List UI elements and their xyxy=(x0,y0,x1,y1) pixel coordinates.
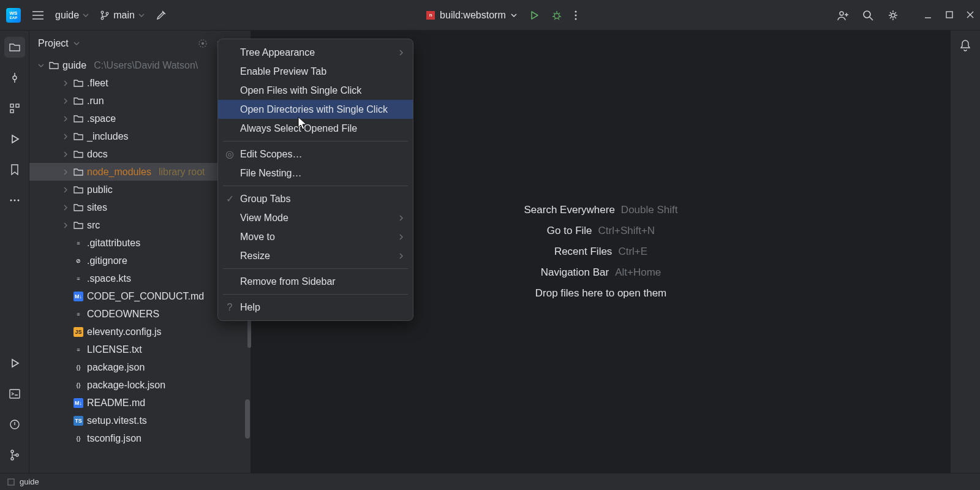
tree-item-label: LICENSE.txt xyxy=(87,344,142,355)
tree-item[interactable]: {}package.json xyxy=(29,358,251,376)
tool-services-icon[interactable] xyxy=(4,129,25,149)
search-icon[interactable] xyxy=(862,10,873,21)
gitignore-icon: ⊘ xyxy=(74,256,83,266)
panel-title[interactable]: Project xyxy=(38,38,69,49)
status-module-icon[interactable] xyxy=(7,478,15,486)
tree-item[interactable]: ≡LICENSE.txt xyxy=(29,341,251,358)
tool-project-icon[interactable] xyxy=(4,37,25,58)
tree-item-label: eleventy.config.js xyxy=(87,326,162,337)
folder-icon xyxy=(74,79,83,88)
scrollbar-thumb[interactable] xyxy=(245,399,250,439)
chevron-right-icon[interactable] xyxy=(61,222,70,228)
menu-item[interactable]: Resize xyxy=(218,246,413,265)
debug-icon[interactable] xyxy=(551,10,562,21)
tree-root-name: guide xyxy=(62,60,86,71)
gear-icon[interactable] xyxy=(887,9,899,21)
menu-item[interactable]: File Nesting… xyxy=(218,164,413,183)
menu-item-label: Tree Appearance xyxy=(240,47,315,58)
svg-point-9 xyxy=(891,13,895,17)
menu-item[interactable]: ✓Group Tabs xyxy=(218,189,413,208)
chevron-down-icon[interactable] xyxy=(74,40,80,47)
maximize-icon[interactable] xyxy=(946,11,953,20)
menu-item[interactable]: ?Help xyxy=(218,298,413,317)
tool-terminal-icon[interactable] xyxy=(4,383,25,404)
question-icon: ? xyxy=(224,302,235,313)
tool-run-bottom-icon[interactable] xyxy=(4,353,25,374)
welcome-row: Recent FilesCtrl+E xyxy=(524,246,678,258)
app-icon[interactable]: WS xyxy=(6,8,21,23)
tree-item[interactable]: {}package-lock.json xyxy=(29,376,251,394)
text-file-icon: ≡ xyxy=(74,274,83,284)
menu-item[interactable]: Open Directories with Single Click xyxy=(218,100,413,119)
menu-item-label: Edit Scopes… xyxy=(240,149,302,160)
hamburger-icon[interactable] xyxy=(32,10,44,20)
minimize-icon[interactable] xyxy=(924,11,932,20)
welcome-action[interactable]: Navigation Bar xyxy=(541,266,609,278)
svg-point-16 xyxy=(13,200,15,202)
tree-item[interactable]: TSsetup.vitest.ts xyxy=(29,412,251,429)
chevron-down-icon[interactable] xyxy=(37,62,45,69)
tool-structure-icon[interactable] xyxy=(4,98,25,119)
menu-item[interactable]: View Mode xyxy=(218,208,413,227)
welcome-action[interactable]: Search Everywhere xyxy=(524,204,615,216)
tree-item[interactable]: {}tsconfig.json xyxy=(29,429,251,447)
tree-item-label: sites xyxy=(87,202,107,213)
welcome-row: Go to FileCtrl+Shift+N xyxy=(524,225,678,237)
tree-item-label: setup.vitest.ts xyxy=(87,415,147,426)
tree-item-label: .gitattributes xyxy=(87,238,140,249)
select-open-file-icon[interactable] xyxy=(198,39,208,48)
menu-item[interactable]: Remove from Sidebar xyxy=(218,272,413,291)
folder-icon xyxy=(74,168,83,176)
target-icon: ◎ xyxy=(224,148,235,160)
chevron-right-icon[interactable] xyxy=(61,116,70,122)
text-file-icon: ≡ xyxy=(74,309,83,319)
notifications-icon[interactable] xyxy=(960,39,971,51)
tool-problems-icon[interactable] xyxy=(4,414,25,435)
folder-icon xyxy=(74,150,83,159)
chevron-right-icon[interactable] xyxy=(61,187,70,193)
text-file-icon: ≡ xyxy=(74,238,83,248)
chevron-right-icon[interactable] xyxy=(61,205,70,211)
project-crumb[interactable]: guide xyxy=(55,10,89,21)
branch-name: main xyxy=(113,10,135,21)
branch-crumb[interactable]: main xyxy=(100,10,145,21)
chevron-right-icon[interactable] xyxy=(61,134,70,140)
menu-item[interactable]: Open Files with Single Click xyxy=(218,81,413,100)
window-controls xyxy=(924,11,974,20)
more-vertical-icon[interactable] xyxy=(575,10,577,20)
run-config-selector[interactable]: n build:webstorm xyxy=(426,10,517,21)
menu-item[interactable]: Tree Appearance xyxy=(218,43,413,62)
welcome-action[interactable]: Go to File xyxy=(547,225,592,236)
chevron-right-icon[interactable] xyxy=(61,98,70,104)
collaborate-icon[interactable] xyxy=(837,10,849,21)
menu-item[interactable]: Always Select Opened File xyxy=(218,119,413,138)
svg-rect-18 xyxy=(10,390,20,398)
tree-item-label: docs xyxy=(87,149,108,160)
menu-item[interactable]: Enable Preview Tab xyxy=(218,62,413,81)
chevron-right-icon[interactable] xyxy=(61,151,70,157)
menu-separator xyxy=(223,268,408,269)
chevron-right-icon[interactable] xyxy=(61,80,70,86)
tree-item[interactable]: M↓README.md xyxy=(29,394,251,412)
tool-vcs-icon[interactable] xyxy=(4,445,25,466)
tree-item[interactable]: JSeleventy.config.js xyxy=(29,323,251,341)
welcome-action[interactable]: Recent Files xyxy=(554,246,612,257)
close-icon[interactable] xyxy=(967,11,974,20)
tool-bookmarks-icon[interactable] xyxy=(4,159,25,180)
run-icon[interactable] xyxy=(529,10,539,20)
chevron-right-icon xyxy=(398,234,404,240)
tool-more-icon[interactable] xyxy=(4,190,25,211)
tree-item-label: node_modules xyxy=(87,167,151,178)
welcome-shortcut: Alt+Home xyxy=(615,266,661,278)
tool-commit-icon[interactable] xyxy=(4,67,25,88)
svg-rect-25 xyxy=(8,479,14,485)
svg-point-22 xyxy=(16,454,18,456)
folder-icon xyxy=(49,61,59,70)
status-project-name[interactable]: guide xyxy=(20,477,39,486)
welcome-row: Search EverywhereDouble Shift xyxy=(524,204,678,216)
welcome-panel: Search EverywhereDouble ShiftGo to FileC… xyxy=(524,195,678,308)
menu-item[interactable]: ◎Edit Scopes… xyxy=(218,145,413,164)
edit-icon[interactable] xyxy=(156,10,167,21)
menu-item[interactable]: Move to xyxy=(218,227,413,246)
chevron-right-icon[interactable] xyxy=(61,169,70,175)
